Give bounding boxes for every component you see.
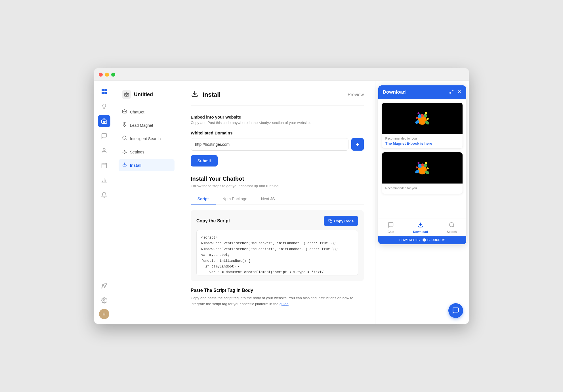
footer-tab-download[interactable]: Download (410, 221, 431, 235)
svg-line-26 (125, 139, 126, 140)
code-section: Copy the Script Copy Code <script>window… (191, 210, 364, 281)
maximize-button[interactable] (111, 73, 115, 77)
svg-point-40 (421, 114, 424, 117)
svg-point-19 (126, 94, 126, 95)
main-header: Install Preview (191, 90, 364, 106)
card-label-2: Recommended for you (385, 186, 459, 190)
svg-point-37 (423, 114, 427, 117)
card-image-2 (382, 152, 463, 184)
sidebar-item-label: Install (130, 163, 141, 168)
download-tab-label: Download (413, 230, 428, 233)
icon-bar: U (94, 81, 114, 324)
svg-point-47 (423, 164, 427, 167)
svg-point-44 (427, 118, 428, 120)
embed-section-subtitle: Copy and Past this code anywhere in the … (191, 121, 364, 125)
footer-tab-chat[interactable]: Chat (385, 221, 397, 235)
svg-point-25 (123, 136, 126, 139)
svg-point-8 (103, 148, 105, 150)
search-icon (122, 135, 127, 142)
sidebar-title: Untitled (134, 92, 153, 98)
sidebar-item-search[interactable]: Intelligent Search (119, 132, 175, 145)
svg-rect-32 (330, 220, 332, 223)
submit-button[interactable]: Submit (191, 155, 218, 167)
domain-input[interactable] (191, 138, 348, 151)
card-body-2: Recommended for you (382, 184, 463, 194)
close-icon[interactable] (457, 89, 462, 95)
grid-icon[interactable] (98, 85, 110, 98)
minimize-button[interactable] (105, 73, 109, 77)
sidebar-item-label: ChatBot (130, 110, 144, 114)
svg-point-20 (127, 94, 127, 95)
guide-link[interactable]: guide (280, 302, 289, 306)
svg-point-17 (103, 300, 105, 301)
sidebar-item-label: Settings (130, 150, 144, 154)
tab-script[interactable]: Script (191, 194, 216, 205)
svg-point-51 (425, 162, 427, 164)
chart-icon[interactable] (98, 174, 110, 186)
chat-widget-footer: Chat Download (378, 218, 466, 236)
paste-section-title: Paste The Script Tag In Body (191, 288, 364, 293)
avatar[interactable]: U (99, 309, 109, 319)
domain-input-row (191, 138, 364, 151)
svg-rect-18 (125, 93, 129, 96)
svg-rect-5 (101, 120, 106, 123)
sidebar-item-lead-magnet[interactable]: Lead Magnet (119, 119, 175, 131)
svg-point-42 (417, 112, 419, 114)
bell-icon[interactable] (98, 189, 110, 201)
card-1[interactable]: Recommended for you The Magnet E-book is… (382, 102, 463, 149)
code-block[interactable]: <script>window.addEventListener('mouseov… (196, 230, 358, 275)
close-button[interactable] (99, 73, 103, 77)
expand-icon[interactable] (449, 89, 454, 95)
gear-icon[interactable] (98, 294, 110, 307)
add-domain-button[interactable] (351, 138, 364, 151)
sidebar-item-settings[interactable]: Settings (119, 146, 175, 158)
traffic-lights (99, 73, 115, 77)
svg-line-57 (453, 226, 454, 227)
copy-code-button[interactable]: Copy Code (324, 216, 358, 226)
svg-point-41 (425, 112, 427, 115)
svg-rect-21 (123, 110, 127, 113)
svg-point-22 (124, 111, 124, 112)
tabs-bar: Script Npm Package Next JS (191, 194, 364, 205)
powered-by-bar: POWERED BY BLUBUDDY (378, 236, 466, 244)
bulb-icon[interactable] (98, 100, 110, 113)
chat-widget-header: Download (378, 85, 466, 99)
svg-rect-9 (102, 163, 106, 168)
svg-point-23 (125, 111, 125, 112)
sidebar: Untitled ChatBot (114, 81, 179, 324)
bot-icon[interactable] (98, 115, 110, 127)
chat-icon[interactable] (98, 130, 110, 142)
main-content: Install Preview Embed into your website … (179, 81, 375, 324)
lead-magnet-icon (122, 122, 127, 128)
install-section-title: Install Your Chatbot (191, 176, 364, 182)
brand-name: BLUBUDDY (422, 238, 445, 242)
svg-rect-2 (102, 92, 104, 94)
card-link-1[interactable]: The Magnet E-book is here (385, 141, 459, 146)
chat-widget-body: Recommended for you The Magnet E-book is… (378, 99, 466, 218)
preview-label: Preview (348, 92, 364, 97)
user-icon[interactable] (98, 144, 110, 157)
code-content: <script>window.addEventListener('mouseov… (201, 236, 338, 274)
sidebar-item-chatbot[interactable]: ChatBot (119, 106, 175, 118)
card-2[interactable]: Recommended for you (382, 152, 463, 194)
settings-icon (122, 149, 127, 155)
footer-tab-search[interactable]: Search (444, 221, 459, 235)
chat-fab-button[interactable] (448, 303, 463, 318)
search-tab-label: Search (447, 230, 457, 233)
header-icons (449, 89, 462, 95)
code-title: Copy the Script (196, 218, 230, 224)
svg-point-7 (104, 121, 105, 122)
sidebar-item-install[interactable]: Install (119, 159, 175, 171)
svg-point-52 (417, 162, 419, 164)
rocket-icon[interactable] (98, 279, 110, 292)
svg-rect-3 (104, 92, 107, 94)
sidebar-item-label: Intelligent Search (130, 136, 161, 141)
tab-npm[interactable]: Npm Package (216, 194, 254, 205)
tab-nextjs[interactable]: Next JS (254, 194, 282, 205)
code-header: Copy the Script Copy Code (196, 216, 358, 226)
chat-tab-label: Chat (388, 230, 394, 233)
calendar-icon[interactable] (98, 159, 110, 172)
page-title: Install (203, 91, 221, 98)
svg-rect-0 (102, 89, 104, 91)
svg-point-56 (449, 223, 454, 227)
